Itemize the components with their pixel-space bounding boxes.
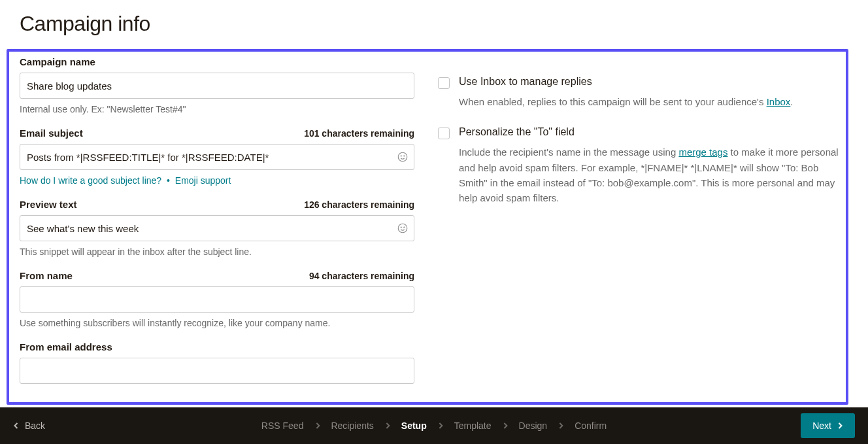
step-rss-feed[interactable]: RSS Feed [261,420,304,431]
next-label: Next [812,420,831,431]
wizard-steps: RSS FeedRecipientsSetupTemplateDesignCon… [261,420,607,431]
email-subject-char-count: 101 characters remaining [304,128,414,139]
separator-dot: • [167,175,170,186]
wizard-footer: Back RSS FeedRecipientsSetupTemplateDesi… [0,407,868,444]
page-title: Campaign info [0,0,868,36]
subject-line-help-link[interactable]: How do I write a good subject line? [20,175,161,186]
field-email-subject: Email subject 101 characters remaining H… [20,128,414,186]
svg-point-3 [398,224,407,233]
campaign-name-label: Campaign name [20,56,95,67]
preview-text-char-count: 126 characters remaining [304,199,414,210]
personalize-to-checkbox[interactable] [438,128,450,139]
inbox-replies-checkbox[interactable] [438,77,450,89]
smiley-icon [397,222,409,234]
svg-point-1 [401,156,402,157]
personalize-to-desc: Include the recipient's name in the mess… [459,145,842,205]
field-preview-text: Preview text 126 characters remaining Th… [20,199,414,257]
chevron-right-icon [384,422,391,429]
field-campaign-name: Campaign name Internal use only. Ex: "Ne… [20,56,414,114]
emoji-support-link[interactable]: Emoji support [175,175,231,186]
step-confirm[interactable]: Confirm [575,420,607,431]
form-right-column: Use Inbox to manage replies When enabled… [438,56,842,384]
personalize-to-label: Personalize the "To" field [459,126,842,138]
preview-text-label: Preview text [20,199,77,210]
back-label: Back [25,420,45,431]
campaign-name-help: Internal use only. Ex: "Newsletter Test#… [20,104,414,114]
step-design[interactable]: Design [519,420,548,431]
from-name-help: Use something subscribers will instantly… [20,318,414,328]
smiley-icon [397,151,409,163]
inbox-replies-label: Use Inbox to manage replies [459,76,842,88]
emoji-picker-button[interactable] [396,150,409,163]
from-name-input[interactable] [20,286,414,313]
chevron-right-icon [314,422,320,429]
step-setup[interactable]: Setup [401,420,427,431]
svg-point-5 [404,227,405,228]
from-name-label: From name [20,270,73,281]
back-button[interactable]: Back [13,420,45,431]
chevron-right-icon [837,422,843,429]
preview-text-help: This snippet will appear in the inbox af… [20,247,414,257]
email-subject-input[interactable] [20,144,414,170]
from-name-char-count: 94 characters remaining [309,271,414,281]
svg-point-0 [398,152,407,162]
chevron-right-icon [502,422,509,429]
from-email-label: From email address [20,341,112,352]
inbox-link[interactable]: Inbox [767,96,791,107]
email-subject-help-links: How do I write a good subject line? • Em… [20,175,414,186]
from-email-input[interactable] [20,358,414,384]
svg-point-4 [401,227,402,228]
step-recipients[interactable]: Recipients [331,420,373,431]
form-left-column: Campaign name Internal use only. Ex: "Ne… [20,56,414,384]
emoji-picker-button[interactable] [396,222,409,235]
chevron-right-icon [558,422,564,429]
inbox-replies-desc: When enabled, replies to this campaign w… [459,94,842,109]
next-button[interactable]: Next [801,413,855,438]
preview-text-input[interactable] [20,215,414,241]
field-from-email: From email address [20,341,414,384]
step-template[interactable]: Template [454,420,492,431]
chevron-left-icon [13,422,20,429]
personalize-to-option: Personalize the "To" field Include the r… [438,126,842,205]
chevron-right-icon [437,422,444,429]
campaign-name-input[interactable] [20,73,414,99]
merge-tags-link[interactable]: merge tags [678,146,727,158]
email-subject-label: Email subject [20,128,83,139]
field-from-name: From name 94 characters remaining Use so… [20,270,414,328]
inbox-replies-option: Use Inbox to manage replies When enabled… [438,76,842,109]
svg-point-2 [404,156,405,157]
